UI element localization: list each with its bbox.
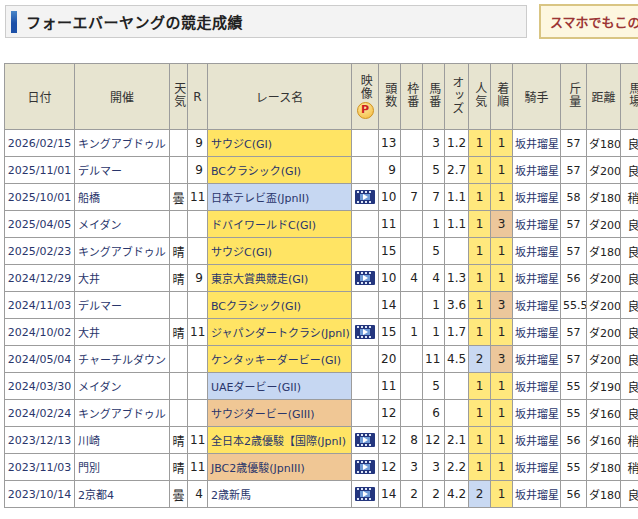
race-date-link[interactable]: 2024/02/24 [5, 400, 75, 427]
race-venue-link[interactable]: 2京都4 [75, 481, 170, 508]
race-date-link[interactable]: 2026/02/15 [5, 130, 75, 157]
race-weather [170, 157, 188, 184]
race-venue-link[interactable]: メイダン [75, 211, 170, 238]
race-venue-link[interactable]: キングアブドゥル [75, 238, 170, 265]
race-name-link[interactable]: サウジC(GI) [208, 238, 352, 265]
smartphone-page-button[interactable]: スマホでもこのペ [539, 4, 638, 39]
race-name-link[interactable]: ケンタッキーダービー(GI) [208, 346, 352, 373]
jockey-link[interactable]: 坂井瑠星 [513, 238, 561, 265]
race-name-link[interactable]: サウジダービー(GIII) [208, 400, 352, 427]
race-date-link[interactable]: 2024/03/30 [5, 373, 75, 400]
video-cell[interactable] [352, 157, 379, 184]
race-name-link[interactable]: 全日本2歳優駿【国際(JpnI) [208, 427, 352, 454]
race-distance: ダ2000 [587, 265, 621, 292]
race-venue-link[interactable]: 川崎 [75, 427, 170, 454]
race-name-link[interactable]: 日本テレビ盃(JpnII) [208, 184, 352, 211]
race-date-link[interactable]: 2024/12/29 [5, 265, 75, 292]
horse-count: 14 [379, 481, 401, 508]
race-name-link[interactable]: UAEダービー(GII) [208, 373, 352, 400]
jockey-link[interactable]: 坂井瑠星 [513, 373, 561, 400]
race-date-link[interactable]: 2025/11/01 [5, 157, 75, 184]
race-date-link[interactable]: 2025/04/05 [5, 211, 75, 238]
popularity-rank: 1 [469, 373, 491, 400]
track-condition: 良 [621, 373, 638, 400]
race-date-link[interactable]: 2024/05/04 [5, 346, 75, 373]
race-venue-link[interactable]: 大井 [75, 265, 170, 292]
video-icon[interactable] [355, 190, 375, 204]
jockey-link[interactable]: 坂井瑠星 [513, 346, 561, 373]
video-icon[interactable] [355, 325, 375, 339]
race-venue-link[interactable]: キングアブドゥル [75, 400, 170, 427]
race-venue-link[interactable]: 船橋 [75, 184, 170, 211]
race-weather: 曇 [170, 184, 188, 211]
jockey-link[interactable]: 坂井瑠星 [513, 130, 561, 157]
race-date-link[interactable]: 2024/11/03 [5, 292, 75, 319]
track-condition: 良 [621, 400, 638, 427]
jockey-link[interactable]: 坂井瑠星 [513, 184, 561, 211]
race-venue-link[interactable]: チャーチルダウン [75, 346, 170, 373]
race-date-link[interactable]: 2023/11/03 [5, 454, 75, 481]
jockey-link[interactable]: 坂井瑠星 [513, 157, 561, 184]
video-icon[interactable] [355, 433, 375, 447]
race-name-link[interactable]: JBC2歳優駿(JpnIII) [208, 454, 352, 481]
race-name-link[interactable]: BCクラシック(GI) [208, 157, 352, 184]
race-name-link[interactable]: サウジC(GI) [208, 130, 352, 157]
popularity-rank: 1 [469, 292, 491, 319]
race-name-link[interactable]: 東京大賞典競走(GI) [208, 265, 352, 292]
horse-count: 15 [379, 238, 401, 265]
video-cell[interactable] [352, 265, 379, 292]
race-weather [170, 130, 188, 157]
race-name-link[interactable]: ドバイワールドC(GI) [208, 211, 352, 238]
bracket-number: 8 [401, 427, 423, 454]
race-venue-link[interactable]: デルマー [75, 292, 170, 319]
jockey-link[interactable]: 坂井瑠星 [513, 292, 561, 319]
popularity-rank: 1 [469, 454, 491, 481]
video-cell[interactable] [352, 427, 379, 454]
race-number: 4 [188, 481, 208, 508]
video-icon[interactable] [355, 271, 375, 285]
jockey-link[interactable]: 坂井瑠星 [513, 319, 561, 346]
video-cell[interactable] [352, 400, 379, 427]
video-cell[interactable] [352, 373, 379, 400]
race-venue-link[interactable]: メイダン [75, 373, 170, 400]
race-name-link[interactable]: BCクラシック(GI) [208, 292, 352, 319]
video-cell[interactable] [352, 454, 379, 481]
video-cell[interactable] [352, 238, 379, 265]
race-name-link[interactable]: ジャパンダートクラシ(JpnI) [208, 319, 352, 346]
race-name-link[interactable]: 2歳新馬 [208, 481, 352, 508]
race-distance: ダ1800 [587, 454, 621, 481]
video-cell[interactable] [352, 481, 379, 508]
jockey-link[interactable]: 坂井瑠星 [513, 481, 561, 508]
video-cell[interactable] [352, 184, 379, 211]
horse-number: 1 [423, 319, 445, 346]
race-date-link[interactable]: 2024/10/02 [5, 319, 75, 346]
jockey-link[interactable]: 坂井瑠星 [513, 400, 561, 427]
jockey-link[interactable]: 坂井瑠星 [513, 211, 561, 238]
video-cell[interactable] [352, 319, 379, 346]
race-venue-link[interactable]: 門別 [75, 454, 170, 481]
race-venue-link[interactable]: キングアブドゥル [75, 130, 170, 157]
race-date-link[interactable]: 2023/12/13 [5, 427, 75, 454]
race-date-link[interactable]: 2025/02/23 [5, 238, 75, 265]
horse-number: 5 [423, 238, 445, 265]
race-date-link[interactable]: 2023/10/14 [5, 481, 75, 508]
jockey-link[interactable]: 坂井瑠星 [513, 265, 561, 292]
odds-value: 4.2 [445, 481, 469, 508]
race-date-link[interactable]: 2025/10/01 [5, 184, 75, 211]
video-icon[interactable] [355, 460, 375, 474]
video-cell[interactable] [352, 211, 379, 238]
table-row: 2024/05/04 チャーチルダウン ケンタッキーダービー(GI) 20 11… [5, 346, 638, 373]
video-cell[interactable] [352, 130, 379, 157]
video-cell[interactable] [352, 292, 379, 319]
race-venue-link[interactable]: 大井 [75, 319, 170, 346]
jockey-link[interactable]: 坂井瑠星 [513, 427, 561, 454]
race-venue-link[interactable]: デルマー [75, 157, 170, 184]
bracket-number [401, 130, 423, 157]
bracket-number [401, 400, 423, 427]
video-cell[interactable] [352, 346, 379, 373]
video-icon[interactable] [355, 487, 375, 501]
jockey-link[interactable]: 坂井瑠星 [513, 454, 561, 481]
track-condition: 稍 [621, 184, 638, 211]
table-row: 2023/11/03 門別 晴 11 JBC2歳優駿(JpnIII) 12 3 … [5, 454, 638, 481]
popularity-rank: 1 [469, 400, 491, 427]
